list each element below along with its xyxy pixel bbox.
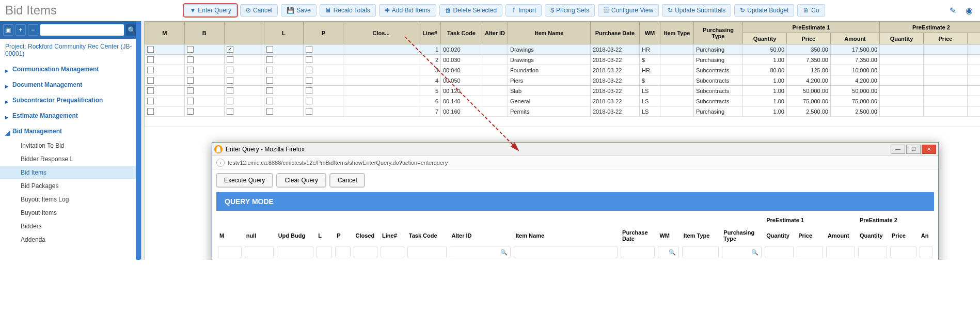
checkbox[interactable] (266, 98, 273, 104)
save-button[interactable]: 💾Save (281, 4, 316, 17)
checkbox[interactable] (187, 46, 194, 53)
col-price2[interactable]: Price (924, 33, 968, 44)
checkbox[interactable] (306, 67, 312, 73)
sidebar-item-buyout-items[interactable]: Buyout Items (0, 206, 141, 220)
add-bid-items-button[interactable]: ✚Add Bid Items (379, 4, 436, 17)
checkbox[interactable] (306, 87, 312, 94)
checkbox-sel[interactable] (227, 67, 233, 73)
q-input-line[interactable] (381, 246, 404, 258)
q-input-itype[interactable] (682, 246, 719, 258)
q-input-amt[interactable] (826, 246, 855, 258)
delete-selected-button[interactable]: 🗑Delete Selected (439, 4, 503, 17)
pricing-sets-button[interactable]: $Pricing Sets (545, 4, 595, 17)
execute-query-button[interactable]: Execute Query (216, 174, 273, 187)
col-item-name[interactable]: Item Name (508, 22, 591, 44)
table-row[interactable]: 100.020Drawings2018-03-22HRPurchasing50.… (145, 44, 981, 55)
checkbox[interactable] (147, 56, 154, 63)
cancel-query-button[interactable]: Cancel (330, 174, 365, 187)
user-icon[interactable]: ◉ (963, 5, 975, 16)
q-input-price[interactable] (797, 246, 823, 258)
q-input-null[interactable] (245, 246, 274, 258)
cancel-button[interactable]: ⊘Cancel (240, 4, 278, 17)
table-row[interactable]: 600.140General2018-03-22LSSubcontracts1.… (145, 96, 981, 106)
col-pre2[interactable]: PreEstimate 2 (880, 22, 981, 33)
checkbox[interactable] (187, 108, 194, 115)
q-input-qty[interactable] (765, 246, 794, 258)
col-l[interactable]: L (264, 22, 304, 44)
checkbox[interactable] (187, 67, 194, 73)
q-input-ptype[interactable] (722, 246, 762, 258)
sidebar-search-input[interactable] (40, 24, 124, 36)
sidebar-item-document[interactable]: ▸Document Management (0, 77, 141, 92)
q-input-task[interactable] (407, 246, 447, 258)
col-alter[interactable]: Alter ID (482, 22, 508, 44)
q-input-upd[interactable] (277, 246, 313, 258)
checkbox[interactable] (147, 87, 154, 94)
col-price[interactable]: Price (787, 33, 831, 44)
checkbox[interactable] (306, 98, 312, 104)
q-input-qty2[interactable] (858, 246, 887, 258)
col-qty[interactable]: Quantity (743, 33, 787, 44)
col-clos[interactable]: Clos... (343, 22, 419, 44)
minimize-button[interactable]: — (891, 145, 905, 154)
sidebar-item-invitation[interactable]: Invitation To Bid (0, 139, 141, 152)
sidebar-remove-button[interactable]: − (28, 24, 38, 36)
maximize-button[interactable]: ☐ (906, 145, 921, 154)
checkbox[interactable] (187, 87, 194, 94)
col-blank[interactable] (224, 22, 264, 44)
checkbox[interactable] (187, 56, 194, 63)
checkbox[interactable] (306, 56, 312, 63)
checkbox-sel[interactable] (227, 77, 233, 84)
sidebar-item-communication[interactable]: ▸Communication Management (0, 61, 141, 77)
checkbox-sel[interactable] (227, 87, 233, 94)
q-input-m[interactable] (218, 246, 242, 258)
col-amt[interactable]: Amount (831, 33, 880, 44)
checkbox[interactable] (266, 46, 273, 53)
col-b[interactable]: B (184, 22, 224, 44)
checkbox-sel[interactable] (227, 56, 233, 63)
q-input-item[interactable] (514, 246, 618, 258)
checkbox[interactable] (266, 87, 273, 94)
table-row[interactable]: 300.040Foundation2018-03-22HRSubcontract… (145, 65, 981, 75)
checkbox[interactable] (147, 67, 154, 73)
sidebar-add-button[interactable]: + (15, 24, 26, 36)
checkbox[interactable] (147, 46, 154, 53)
col-m[interactable]: M (145, 22, 185, 44)
q-input-p[interactable] (335, 246, 351, 258)
co-button[interactable]: 🗎Co (797, 4, 825, 17)
col-ptype[interactable]: Purchasing Type (694, 22, 743, 44)
q-input-closed[interactable] (354, 246, 377, 258)
q-input-date[interactable] (621, 246, 655, 258)
checkbox-sel[interactable] (227, 98, 233, 104)
checkbox[interactable] (147, 98, 154, 104)
sidebar-item-bid-management[interactable]: ◢Bid Management (0, 123, 141, 139)
sidebar-item-estimate[interactable]: ▸Estimate Management (0, 108, 141, 123)
checkbox[interactable] (266, 56, 273, 63)
col-task[interactable]: Task Code (441, 22, 482, 44)
col-qty2[interactable]: Quantity (880, 33, 924, 44)
configure-view-button[interactable]: ☰Configure View (598, 4, 659, 17)
q-input-an[interactable] (920, 246, 932, 258)
checkbox[interactable] (266, 77, 273, 84)
sidebar-item-bid-packages[interactable]: Bid Packages (0, 179, 141, 193)
q-input-wm[interactable] (658, 246, 678, 258)
update-budget-button[interactable]: ↻Update Budget (734, 4, 794, 17)
checkbox-sel[interactable] (227, 46, 233, 53)
sidebar-item-bidders[interactable]: Bidders (0, 220, 141, 233)
col-wm[interactable]: WM (640, 22, 660, 44)
split-bar[interactable] (141, 21, 145, 260)
popup-titlebar[interactable]: Enter Query - Mozilla Firefox — ☐ ✕ (212, 143, 938, 156)
checkbox[interactable] (147, 77, 154, 84)
checkbox[interactable] (266, 67, 273, 73)
col-amt2[interactable] (968, 33, 981, 44)
checkbox[interactable] (147, 108, 154, 115)
checkbox[interactable] (187, 98, 194, 104)
table-row[interactable]: 400.050Piers2018-03-22$Subcontracts1.004… (145, 75, 981, 86)
sidebar-item-subcontractor[interactable]: ▸Subcontractor Prequalification (0, 92, 141, 108)
col-p[interactable]: P (304, 22, 343, 44)
table-row[interactable]: 500.120Slab2018-03-22LSSubcontracts1.005… (145, 86, 981, 96)
clear-query-button[interactable]: Clear Query (277, 174, 326, 187)
table-row[interactable]: 700.160Permits2018-03-22LSPurchasing1.00… (145, 106, 981, 117)
checkbox-sel[interactable] (227, 108, 233, 115)
q-input-alter[interactable] (450, 246, 511, 258)
